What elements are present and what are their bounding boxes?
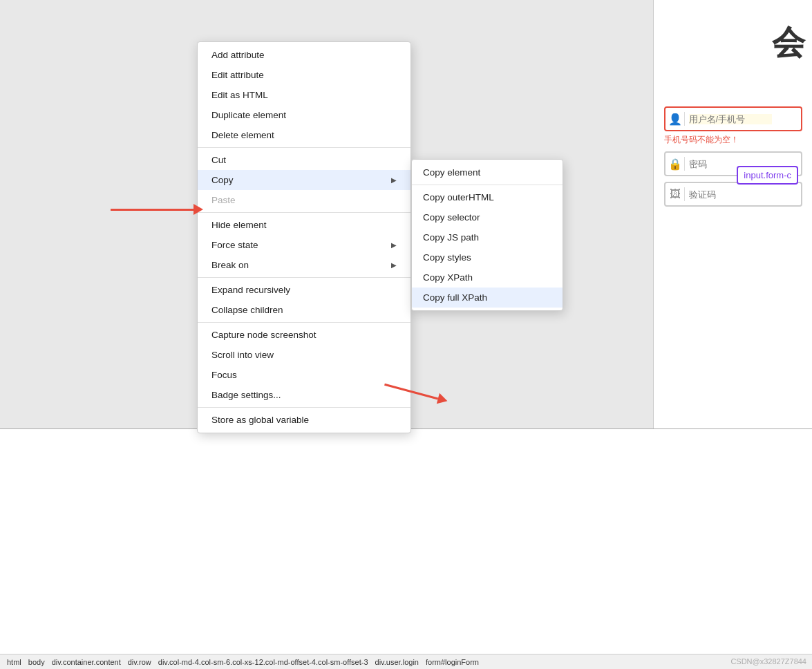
phone-error: 手机号码不能为空！: [664, 134, 802, 146]
breadcrumb-html[interactable]: html: [4, 657, 24, 667]
menu-scroll-into-view[interactable]: Scroll into view: [198, 345, 410, 365]
submenu-copy-element[interactable]: Copy element: [412, 162, 563, 182]
menu-collapse-children[interactable]: Collapse children: [198, 300, 410, 320]
verify-icon: 🖼: [671, 187, 685, 201]
submenu-copy-full-xpath[interactable]: Copy full XPath: [412, 288, 563, 308]
menu-cut[interactable]: Cut: [198, 150, 410, 170]
breadcrumb-div-row[interactable]: div.row: [125, 657, 154, 667]
verify-input-group: 🖼: [664, 182, 802, 207]
arrow-line-1: [111, 209, 193, 211]
breadcrumb-form[interactable]: form#loginForm: [423, 657, 482, 667]
submenu-copy-selector[interactable]: Copy selector: [412, 207, 563, 227]
lock-icon: 🔒: [671, 157, 685, 171]
tooltip-box: input.form-c: [737, 166, 798, 185]
submenu-copy-outerhtml[interactable]: Copy outerHTML: [412, 187, 563, 207]
submenu-copy-styles[interactable]: Copy styles: [412, 247, 563, 267]
sep2: [198, 212, 410, 213]
menu-hide-element[interactable]: Hide element: [198, 215, 410, 235]
breadcrumb-div-user[interactable]: div.user.login: [372, 657, 422, 667]
menu-add-attribute[interactable]: Add attribute: [198, 45, 410, 65]
verify-input[interactable]: [689, 189, 772, 200]
sep1: [198, 147, 410, 148]
menu-force-state[interactable]: Force state ▶: [198, 235, 410, 255]
sep3: [198, 277, 410, 278]
csdn-watermark: CSDN@x32827Z7844: [730, 657, 806, 666]
submenu-copy-js-path[interactable]: Copy JS path: [412, 227, 563, 247]
phone-input-group: 👤: [664, 106, 802, 131]
sub-sep1: [412, 185, 563, 185]
sep5: [198, 407, 410, 408]
menu-focus[interactable]: Focus: [198, 365, 410, 385]
arrow-head-1: [193, 204, 203, 215]
menu-paste[interactable]: Paste: [198, 190, 410, 210]
menu-delete-element[interactable]: Delete element: [198, 125, 410, 145]
breadcrumb-div-container[interactable]: div.container.content: [49, 657, 124, 667]
copy-arrow: ▶: [391, 176, 397, 184]
breadcrumb-bar: html body div.container.content div.row …: [0, 654, 812, 669]
phone-input[interactable]: [689, 114, 772, 124]
menu-edit-attribute[interactable]: Edit attribute: [198, 65, 410, 85]
menu-edit-html[interactable]: Edit as HTML: [198, 85, 410, 105]
break-on-arrow: ▶: [391, 261, 397, 269]
breadcrumb-body[interactable]: body: [26, 657, 48, 667]
menu-break-on[interactable]: Break on ▶: [198, 255, 410, 275]
force-state-arrow: ▶: [391, 241, 397, 249]
menu-duplicate-element[interactable]: Duplicate element: [198, 105, 410, 125]
user-icon: 👤: [671, 112, 685, 126]
devtools-panel: i DevTools is now available in Chine Swi…: [0, 428, 812, 669]
login-form-area: 👤 手机号码不能为空！ 🔒 🖼: [664, 106, 802, 209]
menu-expand-recursively[interactable]: Expand recursively: [198, 280, 410, 300]
login-title-char: 会: [772, 21, 805, 65]
menu-store-global[interactable]: Store as global variable: [198, 410, 410, 430]
menu-capture-screenshot[interactable]: Capture node screenshot: [198, 325, 410, 345]
login-panel: 会 input.form-c 👤 手机号码不能为空！ 🔒 🖼: [653, 0, 812, 428]
submenu-copy-xpath[interactable]: Copy XPath: [412, 267, 563, 288]
context-menu: Add attribute Edit attribute Edit as HTM…: [197, 41, 411, 433]
menu-copy[interactable]: Copy ▶: [198, 170, 410, 190]
breadcrumb-div-col[interactable]: div.col-md-4.col-sm-6.col-xs-12.col-md-o…: [155, 657, 371, 667]
copy-submenu: Copy element Copy outerHTML Copy selecto…: [411, 159, 563, 311]
sep4: [198, 322, 410, 323]
menu-badge-settings[interactable]: Badge settings...: [198, 385, 410, 405]
red-arrow-1: [111, 204, 203, 215]
